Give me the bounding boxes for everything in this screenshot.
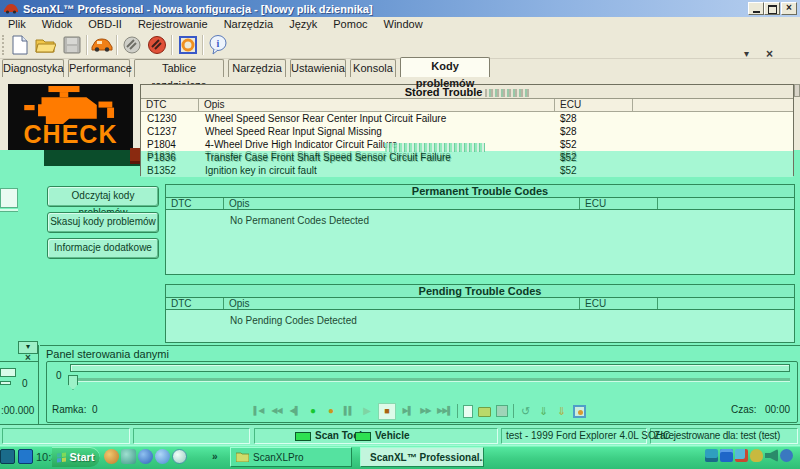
connect-button[interactable] <box>120 34 143 56</box>
skip-start-button[interactable]: ▌◀ <box>252 403 265 419</box>
tray-network-error-icon[interactable] <box>735 449 748 462</box>
vehicle-led <box>355 432 371 441</box>
progress-track[interactable] <box>70 364 790 372</box>
col-ecu[interactable]: ECU <box>580 198 658 209</box>
vehicle-info: test - 1999 Ford Explorer 4.0L SOHC <box>506 430 670 441</box>
table-row[interactable]: P1836 Transfer Case Front Shaft Speed Se… <box>141 151 793 164</box>
minimize-button[interactable] <box>748 2 764 15</box>
table-row[interactable]: B1352 Ignition key in circuit fault $52 <box>141 164 793 177</box>
restore-button[interactable] <box>764 2 780 15</box>
quicklaunch-globe-icon[interactable] <box>104 449 119 464</box>
grid-view-icon[interactable] <box>573 405 586 418</box>
tray-update-icon[interactable] <box>780 449 793 462</box>
dashboard-editor-button[interactable] <box>176 34 199 56</box>
menu-narzedzia[interactable]: Narzędzia <box>216 17 282 32</box>
slider-rail[interactable] <box>70 378 790 382</box>
menu-obd2[interactable]: OBD-II <box>80 17 130 32</box>
tab-tablice-rozdzielcze[interactable]: Tablice rozdzielcze <box>134 59 224 77</box>
undo-icon[interactable]: ↺ <box>519 403 532 419</box>
new-log-icon[interactable] <box>463 405 473 418</box>
col-ecu[interactable]: ECU <box>580 298 658 309</box>
fast-forward-button[interactable]: ▶▶ <box>419 403 432 419</box>
info-balloon-icon: i <box>209 35 227 55</box>
menu-window[interactable]: Window <box>376 17 431 32</box>
save-file-button[interactable] <box>60 34 83 56</box>
glitch-value: 0 <box>22 378 28 389</box>
tab-diagnostyka[interactable]: Diagnostyka <box>2 59 64 77</box>
record-button[interactable]: ● <box>306 403 319 419</box>
open-file-button[interactable] <box>34 34 57 56</box>
rewind-button[interactable]: ◀◀ <box>270 403 283 419</box>
glitch-time: :00.000 <box>1 405 34 416</box>
taskbar-button-scanxlpro[interactable]: ScanXLPro <box>230 447 352 467</box>
export-icon-2[interactable]: ⇓ <box>555 403 568 419</box>
col-blank <box>633 99 793 111</box>
tab-performance[interactable]: Performance <box>68 59 130 77</box>
skip-end-button[interactable]: ▶▶▌ <box>437 403 452 419</box>
tab-konsola[interactable]: Konsola <box>350 59 396 77</box>
col-dtc[interactable]: DTC <box>166 198 224 209</box>
quicklaunch-overflow-chevron[interactable]: » <box>212 451 218 462</box>
col-ecu[interactable]: ECU <box>555 99 633 111</box>
glitch-fragment <box>0 188 18 208</box>
col-dtc[interactable]: DTC <box>166 298 224 309</box>
col-dtc[interactable]: DTC <box>141 99 199 111</box>
quicklaunch-browser-icon[interactable] <box>155 449 170 464</box>
mdi-menu-icon[interactable]: ▾ <box>744 48 749 59</box>
bookmark-button[interactable]: ● <box>324 403 337 419</box>
quicklaunch-ie-icon[interactable] <box>138 449 153 464</box>
status-bar: Scan Tool Vehicle test - 1999 Ford Explo… <box>0 424 800 445</box>
read-codes-button[interactable]: Odczytaj kody problemów <box>47 186 159 207</box>
glitch-smear <box>385 143 485 152</box>
close-button[interactable]: × <box>781 2 797 15</box>
stop-button[interactable]: ■ <box>378 403 396 420</box>
step-back-button[interactable]: ◀▌ <box>288 403 301 419</box>
col-opis[interactable]: Opis <box>199 99 555 111</box>
menu-pomoc[interactable]: Pomoc <box>325 17 375 32</box>
scrollbar-fragment <box>794 84 800 97</box>
export-icon[interactable]: ⇓ <box>537 403 550 419</box>
clear-codes-button[interactable]: Skasuj kody problemów <box>47 212 159 233</box>
new-file-button[interactable] <box>8 34 31 56</box>
play-button[interactable]: ▶ <box>360 403 373 419</box>
tray-battery-icon[interactable] <box>720 449 733 462</box>
glitch-line <box>0 361 38 362</box>
about-button[interactable]: i <box>206 34 229 56</box>
new-file-icon <box>11 35 29 55</box>
toolbar-grip[interactable] <box>2 35 7 55</box>
quicklaunch-picture-icon[interactable] <box>121 449 136 464</box>
tray-volume-icon[interactable] <box>765 449 778 462</box>
menu-widok[interactable]: Widok <box>34 17 81 32</box>
tray-display-icon[interactable] <box>705 449 718 462</box>
col-opis[interactable]: Opis <box>224 298 580 309</box>
title-bar[interactable]: ScanXL™ Professional - Nowa konfiguracja… <box>0 0 800 17</box>
menu-jezyk[interactable]: Język <box>281 17 325 32</box>
mdi-close-icon[interactable]: × <box>766 47 773 61</box>
tray-shield-icon[interactable] <box>750 449 763 462</box>
table-row[interactable]: C1237 Wheel Speed Rear Input Signal Miss… <box>141 125 793 138</box>
tab-ustawienia[interactable]: Ustawienia <box>290 59 346 77</box>
table-row[interactable]: C1230 Wheel Speed Sensor Rear Center Inp… <box>141 112 793 125</box>
data-panel-title: Panel sterowania danymi <box>46 348 169 360</box>
menu-rejestrowanie[interactable]: Rejestrowanie <box>130 17 216 32</box>
status-segment <box>2 428 130 444</box>
permanent-table-title: Permanent Trouble Codes <box>166 185 794 198</box>
vehicle-manager-button[interactable] <box>90 34 113 56</box>
taskbar-button-scanxl-professional[interactable]: ScanXL™ Professional... <box>360 447 484 467</box>
tab-kody-problemow[interactable]: Kody problemów <box>400 57 490 77</box>
save-floppy-icon <box>63 36 81 54</box>
disconnect-button[interactable] <box>145 34 168 56</box>
menu-plik[interactable]: Plik <box>0 17 34 32</box>
open-log-icon[interactable] <box>478 407 491 417</box>
extra-info-button[interactable]: Informacje dodatkowe <box>47 238 159 259</box>
col-opis[interactable]: Opis <box>224 198 580 209</box>
pause-button[interactable]: ▌▌ <box>342 403 355 419</box>
menu-bar: Plik Widok OBD-II Rejestrowanie Narzędzi… <box>0 17 800 32</box>
scanxl-window: ScanXL™ Professional - Nowa konfiguracja… <box>0 0 800 469</box>
tab-narzedzia[interactable]: Narzędzia <box>228 59 286 77</box>
start-button[interactable]: Start <box>52 447 100 467</box>
step-forward-button[interactable]: ▶▌ <box>401 403 414 419</box>
save-log-icon[interactable] <box>496 405 508 417</box>
quicklaunch-media-icon[interactable] <box>172 449 187 464</box>
stored-table-header: DTC Opis ECU <box>141 99 793 112</box>
